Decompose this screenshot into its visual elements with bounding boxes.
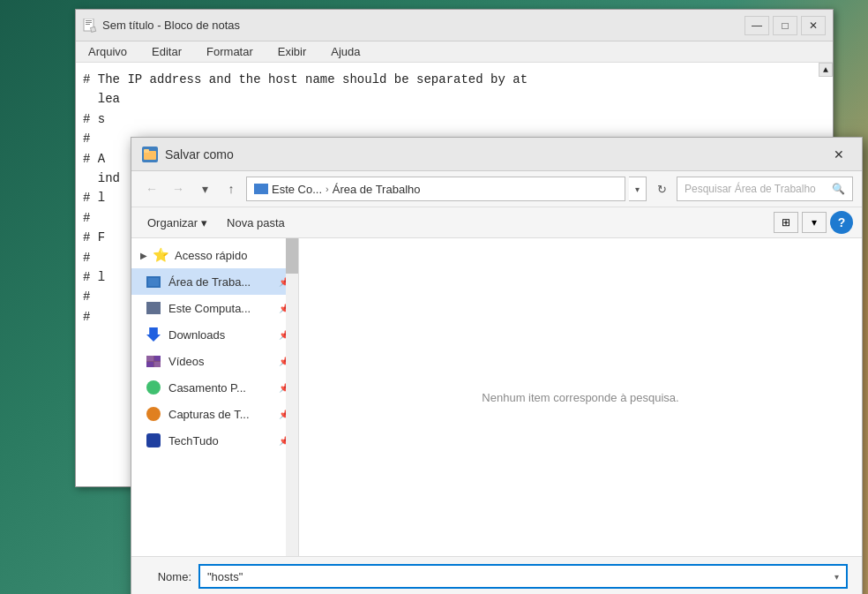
sidebar-captures-label: Capturas de T... (168, 408, 250, 421)
address-dropdown-arrow[interactable]: ▾ (629, 177, 647, 201)
scrollbar-up-arrow[interactable]: ▲ (819, 63, 833, 77)
notepad-menubar: Arquivo Editar Formatar Exibir Ajuda (76, 41, 833, 63)
path-chevron-1: › (326, 184, 329, 194)
notepad-line-3: # s (83, 109, 826, 129)
sidebar-item-videos[interactable]: Vídeos 📌 (131, 348, 298, 374)
sidebar-item-downloads[interactable]: Downloads 📌 (131, 321, 298, 348)
menu-formatar[interactable]: Formatar (201, 43, 258, 60)
organize-button[interactable]: Organizar ▾ (140, 213, 214, 233)
notepad-title-text: Sem título - Bloco de notas (102, 19, 240, 32)
refresh-button[interactable]: ↻ (650, 177, 673, 200)
svg-rect-3 (86, 24, 90, 25)
sidebar-item-computer[interactable]: Este Computa... 📌 (131, 295, 298, 321)
techtudo-icon (146, 432, 161, 448)
dialog-bottom-area: Nome: "hosts" ▾ Tipo: Documentos de text… (131, 556, 862, 594)
notepad-titlebar-buttons: — □ ✕ (745, 16, 826, 35)
svg-rect-4 (91, 26, 96, 32)
menu-editar[interactable]: Editar (146, 43, 187, 60)
refresh-icon: ↻ (657, 183, 667, 196)
desktop-icon (146, 274, 161, 289)
toolbar-left-area: Organizar ▾ Nova pasta (140, 213, 294, 233)
quickaccess-icon: ⭐ (153, 247, 169, 263)
help-button[interactable]: ? (830, 211, 853, 234)
quickaccess-label: Acesso rápido (175, 249, 247, 262)
videos-icon (146, 353, 161, 369)
notepad-close-button[interactable]: ✕ (801, 16, 826, 35)
sidebar-downloads-label: Downloads (168, 328, 225, 342)
sidebar-quickaccess-header[interactable]: ▶ ⭐ Acesso rápido (131, 242, 298, 268)
captures-icon (146, 406, 161, 422)
path-computer-label: Este Co... (272, 183, 322, 196)
nav-forward-button[interactable]: → (167, 177, 190, 200)
sidebar-casamento-label: Casamento P... (168, 381, 246, 395)
dialog-titlebar: Salvar como ✕ (131, 138, 862, 171)
name-field-input[interactable]: "hosts" ▾ (198, 564, 848, 589)
save-dialog: Salvar como ✕ ← → ▾ ↑ Este Co... › Área … (131, 137, 863, 594)
dialog-title-icon (142, 147, 158, 162)
dialog-main-area: ▶ ⭐ Acesso rápido Área de Traba... 📌 Est… (131, 238, 862, 556)
folder-icon (144, 149, 156, 160)
view-grid-icon: ⊞ (782, 216, 790, 229)
up-icon: ↑ (228, 182, 235, 196)
nav-dropdown-button[interactable]: ▾ (193, 177, 216, 200)
notepad-line-1: # The IP address and the host name shoul… (83, 70, 826, 89)
view-toggle-button[interactable]: ⊞ (774, 212, 798, 233)
back-icon: ← (146, 182, 158, 196)
svg-rect-6 (144, 149, 149, 153)
sidebar-item-desktop[interactable]: Área de Traba... 📌 (131, 268, 298, 295)
nav-back-button[interactable]: ← (140, 177, 163, 200)
notepad-maximize-button[interactable]: □ (773, 16, 797, 35)
svg-rect-1 (86, 20, 92, 21)
name-field-dropdown-icon: ▾ (834, 572, 839, 582)
notepad-title-area: Sem título - Bloco de notas (83, 19, 240, 33)
forward-icon: → (172, 182, 184, 196)
dialog-addressbar: ← → ▾ ↑ Este Co... › Área de Trabalho ▾ … (131, 171, 862, 207)
downloads-icon (146, 327, 161, 342)
sidebar-item-techtudo[interactable]: TechTudo 📌 (131, 427, 298, 454)
notepad-minimize-button[interactable]: — (745, 16, 769, 35)
sidebar-desktop-label: Área de Traba... (168, 275, 251, 289)
search-box[interactable]: Pesquisar Área de Trabalho 🔍 (677, 177, 853, 201)
sidebar-techtudo-label: TechTudo (168, 434, 219, 447)
new-folder-button[interactable]: Nova pasta (218, 213, 294, 233)
name-field-label: Nome: (146, 570, 198, 583)
quickaccess-chevron-icon: ▶ (140, 251, 147, 260)
dialog-toolbar: Organizar ▾ Nova pasta ⊞ ▾ ? (131, 207, 862, 238)
address-path-display[interactable]: Este Co... › Área de Trabalho (246, 177, 625, 201)
path-computer-icon (254, 184, 268, 194)
organize-label: Organizar (147, 216, 198, 229)
menu-arquivo[interactable]: Arquivo (83, 43, 132, 60)
name-field-row: Nome: "hosts" ▾ (146, 564, 848, 589)
dialog-title-text: Salvar como (165, 147, 234, 162)
sidebar-item-casamento[interactable]: Casamento P... 📌 (131, 374, 298, 401)
empty-content-message: Nenhum item corresponde à pesquisa. (482, 391, 678, 404)
menu-ajuda[interactable]: Ajuda (326, 43, 365, 60)
computer-icon (146, 300, 161, 316)
name-field-value: "hosts" (207, 570, 243, 583)
notepad-icon (83, 19, 97, 33)
organize-arrow-icon: ▾ (201, 216, 207, 229)
dialog-sidebar: ▶ ⭐ Acesso rápido Área de Traba... 📌 Est… (131, 238, 299, 556)
search-placeholder-text: Pesquisar Área de Trabalho (685, 183, 827, 195)
menu-exibir[interactable]: Exibir (273, 43, 312, 60)
dialog-close-button[interactable]: ✕ (827, 144, 851, 165)
sidebar-scrollbar[interactable] (286, 238, 298, 556)
sidebar-computer-label: Este Computa... (168, 302, 251, 315)
search-icon: 🔍 (832, 183, 845, 195)
sidebar-scroll-thumb (286, 238, 298, 274)
sidebar-videos-label: Vídeos (168, 355, 204, 368)
sidebar-item-captures[interactable]: Capturas de T... 📌 (131, 401, 298, 427)
path-current-label: Área de Trabalho (333, 183, 421, 196)
nav-up-button[interactable]: ↑ (220, 177, 243, 200)
dialog-content-area: Nenhum item corresponde à pesquisa. (299, 238, 862, 556)
dialog-title-area: Salvar como (142, 147, 234, 162)
notepad-line-2: lea (83, 89, 826, 109)
view-dropdown-button[interactable]: ▾ (802, 212, 827, 233)
view-arrow-icon: ▾ (812, 216, 817, 229)
casamento-icon (146, 380, 161, 395)
svg-rect-2 (86, 22, 92, 23)
notepad-titlebar: Sem título - Bloco de notas — □ ✕ (76, 10, 833, 41)
toolbar-right-area: ⊞ ▾ ? (774, 211, 853, 234)
